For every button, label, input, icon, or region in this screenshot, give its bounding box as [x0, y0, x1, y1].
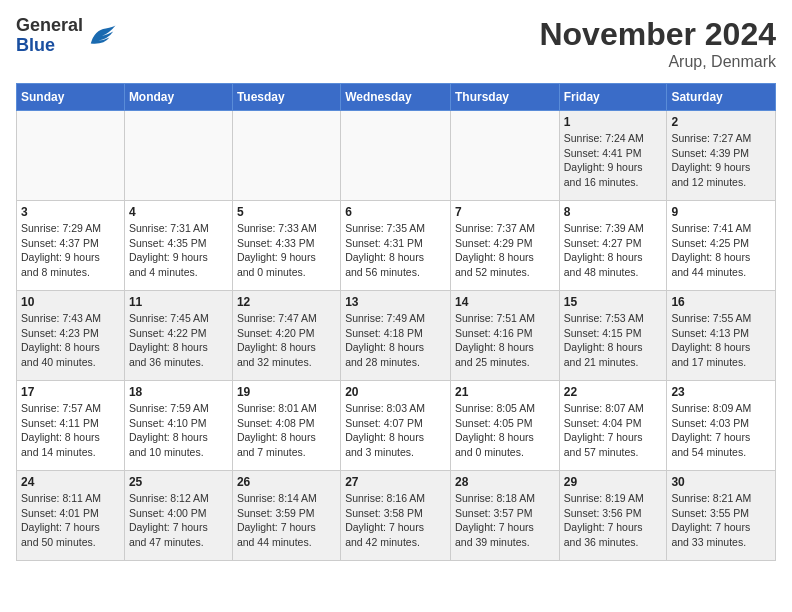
day-info: Sunrise: 8:21 AM Sunset: 3:55 PM Dayligh…	[671, 491, 771, 550]
calendar-day-cell: 6Sunrise: 7:35 AM Sunset: 4:31 PM Daylig…	[341, 201, 451, 291]
logo-bird-icon	[87, 22, 117, 50]
day-info: Sunrise: 7:49 AM Sunset: 4:18 PM Dayligh…	[345, 311, 446, 370]
calendar-day-cell: 26Sunrise: 8:14 AM Sunset: 3:59 PM Dayli…	[232, 471, 340, 561]
calendar-day-cell: 5Sunrise: 7:33 AM Sunset: 4:33 PM Daylig…	[232, 201, 340, 291]
calendar-day-cell: 27Sunrise: 8:16 AM Sunset: 3:58 PM Dayli…	[341, 471, 451, 561]
day-number: 26	[237, 475, 336, 489]
page-subtitle: Arup, Denmark	[539, 53, 776, 71]
day-number: 19	[237, 385, 336, 399]
day-number: 23	[671, 385, 771, 399]
calendar-day-cell: 14Sunrise: 7:51 AM Sunset: 4:16 PM Dayli…	[450, 291, 559, 381]
day-info: Sunrise: 7:35 AM Sunset: 4:31 PM Dayligh…	[345, 221, 446, 280]
calendar-day-cell: 28Sunrise: 8:18 AM Sunset: 3:57 PM Dayli…	[450, 471, 559, 561]
calendar-day-cell	[124, 111, 232, 201]
weekday-header: Wednesday	[341, 84, 451, 111]
day-number: 15	[564, 295, 663, 309]
calendar-day-cell: 9Sunrise: 7:41 AM Sunset: 4:25 PM Daylig…	[667, 201, 776, 291]
day-info: Sunrise: 7:41 AM Sunset: 4:25 PM Dayligh…	[671, 221, 771, 280]
day-info: Sunrise: 8:14 AM Sunset: 3:59 PM Dayligh…	[237, 491, 336, 550]
calendar-day-cell: 8Sunrise: 7:39 AM Sunset: 4:27 PM Daylig…	[559, 201, 667, 291]
calendar-day-cell: 16Sunrise: 7:55 AM Sunset: 4:13 PM Dayli…	[667, 291, 776, 381]
calendar-day-cell: 3Sunrise: 7:29 AM Sunset: 4:37 PM Daylig…	[17, 201, 125, 291]
day-number: 28	[455, 475, 555, 489]
calendar-week-row: 10Sunrise: 7:43 AM Sunset: 4:23 PM Dayli…	[17, 291, 776, 381]
day-number: 22	[564, 385, 663, 399]
day-number: 4	[129, 205, 228, 219]
day-number: 21	[455, 385, 555, 399]
day-info: Sunrise: 7:57 AM Sunset: 4:11 PM Dayligh…	[21, 401, 120, 460]
calendar-day-cell: 20Sunrise: 8:03 AM Sunset: 4:07 PM Dayli…	[341, 381, 451, 471]
day-number: 13	[345, 295, 446, 309]
day-info: Sunrise: 7:24 AM Sunset: 4:41 PM Dayligh…	[564, 131, 663, 190]
day-number: 10	[21, 295, 120, 309]
logo: General Blue	[16, 16, 117, 56]
day-number: 1	[564, 115, 663, 129]
calendar-table: SundayMondayTuesdayWednesdayThursdayFrid…	[16, 83, 776, 561]
calendar-day-cell: 11Sunrise: 7:45 AM Sunset: 4:22 PM Dayli…	[124, 291, 232, 381]
calendar-day-cell	[450, 111, 559, 201]
day-number: 7	[455, 205, 555, 219]
calendar-week-row: 17Sunrise: 7:57 AM Sunset: 4:11 PM Dayli…	[17, 381, 776, 471]
calendar-day-cell: 12Sunrise: 7:47 AM Sunset: 4:20 PM Dayli…	[232, 291, 340, 381]
day-info: Sunrise: 7:47 AM Sunset: 4:20 PM Dayligh…	[237, 311, 336, 370]
day-number: 6	[345, 205, 446, 219]
calendar-day-cell: 22Sunrise: 8:07 AM Sunset: 4:04 PM Dayli…	[559, 381, 667, 471]
day-info: Sunrise: 7:39 AM Sunset: 4:27 PM Dayligh…	[564, 221, 663, 280]
day-info: Sunrise: 8:03 AM Sunset: 4:07 PM Dayligh…	[345, 401, 446, 460]
logo-line2: Blue	[16, 36, 83, 56]
day-number: 2	[671, 115, 771, 129]
day-info: Sunrise: 7:29 AM Sunset: 4:37 PM Dayligh…	[21, 221, 120, 280]
day-info: Sunrise: 7:31 AM Sunset: 4:35 PM Dayligh…	[129, 221, 228, 280]
calendar-day-cell: 2Sunrise: 7:27 AM Sunset: 4:39 PM Daylig…	[667, 111, 776, 201]
day-info: Sunrise: 8:07 AM Sunset: 4:04 PM Dayligh…	[564, 401, 663, 460]
calendar-day-cell: 4Sunrise: 7:31 AM Sunset: 4:35 PM Daylig…	[124, 201, 232, 291]
calendar-week-row: 24Sunrise: 8:11 AM Sunset: 4:01 PM Dayli…	[17, 471, 776, 561]
logo-text: General Blue	[16, 16, 83, 56]
day-number: 14	[455, 295, 555, 309]
day-number: 20	[345, 385, 446, 399]
calendar-day-cell: 15Sunrise: 7:53 AM Sunset: 4:15 PM Dayli…	[559, 291, 667, 381]
calendar-day-cell: 19Sunrise: 8:01 AM Sunset: 4:08 PM Dayli…	[232, 381, 340, 471]
day-info: Sunrise: 7:33 AM Sunset: 4:33 PM Dayligh…	[237, 221, 336, 280]
day-number: 8	[564, 205, 663, 219]
day-info: Sunrise: 7:55 AM Sunset: 4:13 PM Dayligh…	[671, 311, 771, 370]
calendar-header-row: SundayMondayTuesdayWednesdayThursdayFrid…	[17, 84, 776, 111]
calendar-day-cell: 18Sunrise: 7:59 AM Sunset: 4:10 PM Dayli…	[124, 381, 232, 471]
calendar-day-cell	[341, 111, 451, 201]
day-number: 3	[21, 205, 120, 219]
calendar-week-row: 3Sunrise: 7:29 AM Sunset: 4:37 PM Daylig…	[17, 201, 776, 291]
calendar-day-cell: 29Sunrise: 8:19 AM Sunset: 3:56 PM Dayli…	[559, 471, 667, 561]
calendar-day-cell: 7Sunrise: 7:37 AM Sunset: 4:29 PM Daylig…	[450, 201, 559, 291]
title-block: November 2024 Arup, Denmark	[539, 16, 776, 71]
day-number: 5	[237, 205, 336, 219]
calendar-week-row: 1Sunrise: 7:24 AM Sunset: 4:41 PM Daylig…	[17, 111, 776, 201]
weekday-header: Saturday	[667, 84, 776, 111]
weekday-header: Monday	[124, 84, 232, 111]
day-info: Sunrise: 8:11 AM Sunset: 4:01 PM Dayligh…	[21, 491, 120, 550]
calendar-day-cell: 13Sunrise: 7:49 AM Sunset: 4:18 PM Dayli…	[341, 291, 451, 381]
day-info: Sunrise: 7:37 AM Sunset: 4:29 PM Dayligh…	[455, 221, 555, 280]
calendar-day-cell: 10Sunrise: 7:43 AM Sunset: 4:23 PM Dayli…	[17, 291, 125, 381]
day-info: Sunrise: 8:19 AM Sunset: 3:56 PM Dayligh…	[564, 491, 663, 550]
day-info: Sunrise: 8:16 AM Sunset: 3:58 PM Dayligh…	[345, 491, 446, 550]
day-info: Sunrise: 7:53 AM Sunset: 4:15 PM Dayligh…	[564, 311, 663, 370]
day-info: Sunrise: 8:18 AM Sunset: 3:57 PM Dayligh…	[455, 491, 555, 550]
calendar-day-cell: 25Sunrise: 8:12 AM Sunset: 4:00 PM Dayli…	[124, 471, 232, 561]
day-number: 9	[671, 205, 771, 219]
day-number: 12	[237, 295, 336, 309]
day-info: Sunrise: 8:01 AM Sunset: 4:08 PM Dayligh…	[237, 401, 336, 460]
day-number: 17	[21, 385, 120, 399]
day-number: 18	[129, 385, 228, 399]
day-info: Sunrise: 8:05 AM Sunset: 4:05 PM Dayligh…	[455, 401, 555, 460]
weekday-header: Thursday	[450, 84, 559, 111]
day-info: Sunrise: 7:59 AM Sunset: 4:10 PM Dayligh…	[129, 401, 228, 460]
day-number: 29	[564, 475, 663, 489]
weekday-header: Sunday	[17, 84, 125, 111]
day-number: 11	[129, 295, 228, 309]
calendar-day-cell: 23Sunrise: 8:09 AM Sunset: 4:03 PM Dayli…	[667, 381, 776, 471]
day-info: Sunrise: 7:45 AM Sunset: 4:22 PM Dayligh…	[129, 311, 228, 370]
day-info: Sunrise: 7:27 AM Sunset: 4:39 PM Dayligh…	[671, 131, 771, 190]
day-info: Sunrise: 8:09 AM Sunset: 4:03 PM Dayligh…	[671, 401, 771, 460]
day-info: Sunrise: 8:12 AM Sunset: 4:00 PM Dayligh…	[129, 491, 228, 550]
day-info: Sunrise: 7:51 AM Sunset: 4:16 PM Dayligh…	[455, 311, 555, 370]
